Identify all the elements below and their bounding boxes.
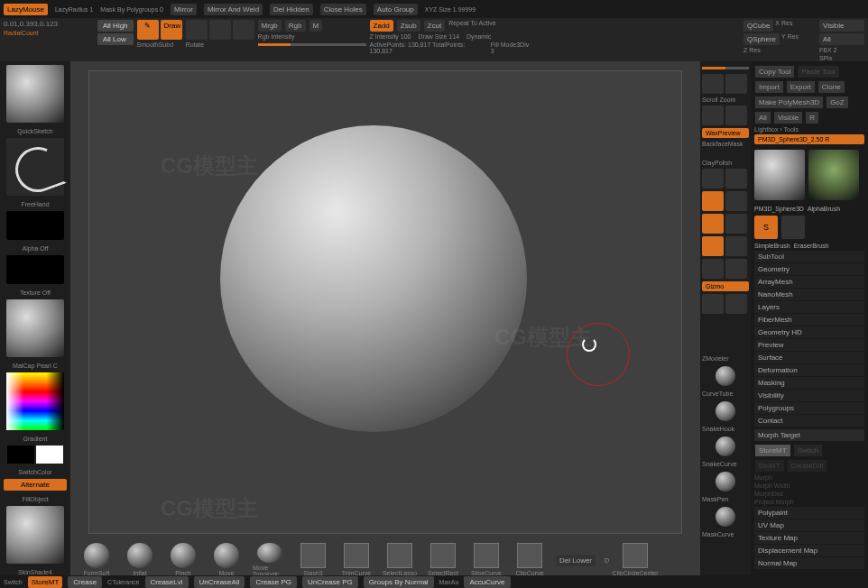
copy-tool-button[interactable]: Copy Tool (755, 66, 794, 78)
brush-selectlasso[interactable]: SelectLasso (383, 543, 417, 577)
actual-button[interactable] (702, 106, 724, 125)
tool-3[interactable] (702, 191, 724, 211)
snakehook-icon[interactable] (716, 401, 735, 421)
tool-thumb-sphere[interactable] (754, 150, 805, 200)
del-hidden-button[interactable]: Del Hidden (270, 4, 313, 15)
mirror-button[interactable]: Mirror (171, 4, 197, 15)
switch-button[interactable]: Switch (794, 445, 823, 456)
all-high-button[interactable]: All High (97, 20, 134, 32)
spix-slider[interactable] (702, 67, 749, 69)
fillobject-label[interactable]: FillObject (4, 496, 67, 502)
tool-5[interactable] (702, 214, 724, 234)
brush-selectrect[interactable]: SelectRect (426, 543, 460, 577)
status-ctolerance[interactable]: CTolerance (107, 579, 139, 585)
repeat-label[interactable]: Repeat To Active (448, 20, 495, 32)
brush-slicecurve[interactable]: SliceCurve (469, 543, 503, 577)
fill-mode-label[interactable]: Fill Mode3Div 3 (491, 41, 532, 54)
all-low-button[interactable]: All Low (97, 33, 134, 45)
m-button[interactable]: M (309, 20, 323, 32)
status-storemt[interactable]: StoreMT (28, 576, 63, 588)
tool-9[interactable] (702, 259, 724, 279)
material-thumb[interactable] (6, 506, 64, 564)
switchcolor-label[interactable]: SwitchColor (4, 469, 67, 475)
brush-slash3[interactable]: Slash3 (296, 543, 330, 577)
brush-thumb[interactable] (6, 65, 64, 123)
simplebrush-icon[interactable]: S (754, 216, 778, 239)
clone-button[interactable]: Clone (818, 81, 845, 93)
status-switch[interactable]: Switch (4, 579, 23, 585)
brush-clipcircle[interactable]: ClipCircleCenter (618, 543, 652, 577)
brush-move-topo[interactable]: Move Topologic (253, 543, 287, 577)
section-normal-map[interactable]: Normal Map (754, 557, 864, 569)
section-arraymesh[interactable]: ArrayMesh (754, 276, 864, 288)
status-uncreasepg[interactable]: UnCrease PG (302, 576, 358, 588)
section-displacement-map[interactable]: Displacement Map (754, 545, 864, 556)
qcube-button[interactable]: QCube (743, 20, 773, 32)
draw-size-label[interactable]: Draw Size 114 (419, 33, 460, 40)
section-nanomesh[interactable]: NanoMesh (754, 289, 864, 300)
all-button-2[interactable]: All (755, 112, 771, 124)
zcut-button[interactable]: Zcut (424, 20, 446, 32)
qsphere-button[interactable]: QSphere (743, 33, 780, 45)
section-fibermesh[interactable]: FiberMesh (754, 314, 864, 326)
close-holes-button[interactable]: Close Holes (320, 4, 366, 15)
section-contact[interactable]: Contact (754, 415, 864, 427)
scroll-button[interactable] (702, 74, 724, 94)
export-button[interactable]: Export (787, 81, 815, 93)
viewport[interactable] (88, 70, 682, 534)
paste-tool-button[interactable]: Paste Tool (798, 66, 838, 78)
storemt-button[interactable]: StoreMT (755, 445, 790, 456)
zoom-button[interactable] (725, 74, 747, 94)
xyz-size-label[interactable]: XYZ Size 1.99999 (425, 6, 476, 13)
claypolish-label[interactable]: ClayPolish (702, 160, 749, 166)
z-intensity-label[interactable]: Z Intensity 100 (370, 33, 411, 40)
rgb-button[interactable]: Rgb (285, 20, 306, 32)
section-preview[interactable]: Preview (754, 339, 864, 351)
zsub-button[interactable]: Zsub (397, 20, 420, 32)
brush-clipcurve[interactable]: ClipCurve (512, 543, 547, 577)
status-accucurve[interactable]: AccuCurve (464, 576, 510, 588)
brush-formsoft[interactable]: FormSoft (79, 543, 114, 577)
brush-pinch[interactable]: Pinch (166, 543, 200, 577)
tool-1[interactable] (702, 169, 724, 188)
section-layers[interactable]: Layers (754, 301, 864, 313)
zmodeler-label[interactable]: ZModeler (702, 355, 749, 362)
snakecurve-icon[interactable] (716, 436, 735, 456)
status-uncreaseall[interactable]: UnCreaseAll (194, 576, 245, 588)
matcap-thumb[interactable] (6, 299, 64, 357)
creatediff-button[interactable]: CreateDiff (788, 460, 827, 472)
zadd-button[interactable]: Zadd (370, 20, 393, 32)
status-creaselvl[interactable]: CreaseLvl (145, 576, 189, 588)
mask-polygroups-label[interactable]: Mask By Polygroups 0 (100, 6, 163, 13)
mrgb-button[interactable]: Mrgb (258, 20, 282, 32)
tool-8[interactable] (725, 236, 747, 256)
delmt-button[interactable]: DelMT (755, 460, 784, 472)
waxpreview-button[interactable]: WaxPreview (702, 128, 749, 138)
r-button[interactable]: R (806, 112, 818, 124)
zres-label[interactable]: Z Res (743, 47, 816, 53)
maskpen-icon[interactable] (716, 472, 735, 492)
section-uv-map[interactable]: UV Map (754, 519, 864, 531)
project-morph-label[interactable]: Project Morph (754, 499, 864, 505)
curvetube-icon[interactable] (716, 366, 735, 386)
del-lower-button[interactable]: Del Lower (556, 555, 596, 566)
tool-7[interactable] (702, 236, 724, 256)
brush-move[interactable]: Move (209, 543, 244, 577)
brush-inflat[interactable]: Inflat (123, 543, 157, 577)
tool-6[interactable] (725, 214, 747, 234)
rgb-intensity-slider[interactable] (258, 43, 366, 46)
gradient-label[interactable]: Gradient (4, 436, 67, 442)
status-crease[interactable]: Crease (68, 576, 102, 588)
fbx-label[interactable]: FBX 2 (819, 47, 864, 53)
morph-width-label[interactable]: Morph Width (754, 482, 864, 489)
tool-10[interactable] (725, 259, 747, 279)
sphere-mesh[interactable] (220, 125, 527, 432)
morph-dist-label[interactable]: MorphDist (754, 491, 864, 497)
section-masking[interactable]: Masking (754, 377, 864, 389)
tool-name-label[interactable]: PM3D_Sphere3D_2.50 R (754, 134, 864, 144)
lazymouse-button[interactable]: LazyMouse (4, 4, 48, 15)
tool-12[interactable] (725, 294, 747, 314)
xres-label[interactable]: X Res (775, 20, 792, 32)
aahalf-button[interactable] (725, 106, 747, 125)
morph-target-header[interactable]: Morph Target (754, 429, 864, 441)
